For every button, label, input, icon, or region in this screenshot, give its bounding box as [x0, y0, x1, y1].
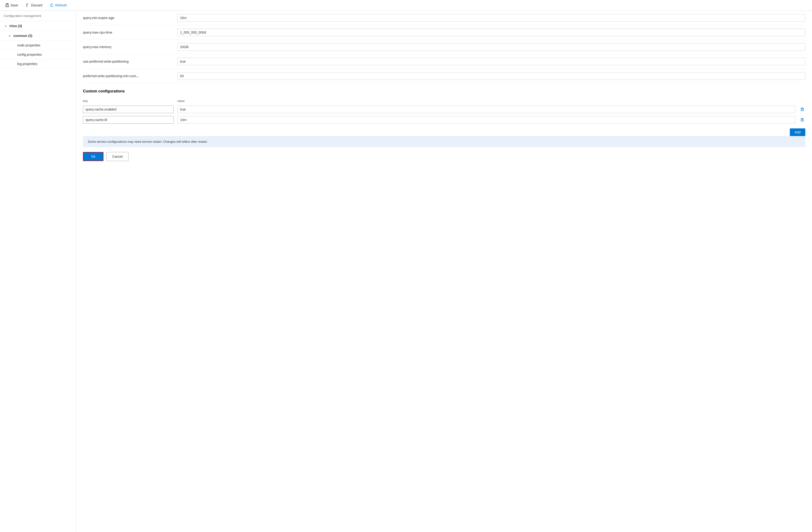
svg-rect-2	[6, 5, 8, 7]
save-button[interactable]: Save	[4, 2, 19, 8]
toolbar: Save Discard Refresh	[0, 0, 812, 11]
custom-value-input[interactable]	[177, 105, 795, 113]
add-button[interactable]: Add	[790, 129, 805, 136]
config-input[interactable]	[177, 14, 805, 22]
sidebar-item-log-properties[interactable]: log.properties	[0, 59, 76, 69]
config-rows: query.min-expire-age query.max-cpu-time …	[83, 11, 805, 84]
col-key-header: key	[83, 99, 174, 103]
config-label: query.max-cpu-time	[83, 30, 174, 34]
custom-value-input[interactable]	[177, 116, 795, 124]
main-layout: Configuration management ∨ trino (3) ∨ c…	[0, 11, 812, 532]
custom-config-row	[83, 116, 805, 124]
custom-key-input[interactable]	[83, 105, 174, 113]
log-properties-label: log.properties	[17, 62, 38, 66]
custom-config-header: key value	[83, 97, 805, 105]
config-label: use-preferred-write-partitioning	[83, 60, 174, 63]
chevron-trino-icon: ∨	[4, 24, 8, 28]
custom-key-input[interactable]	[83, 116, 174, 124]
svg-rect-3	[801, 109, 803, 111]
sidebar-item-node-properties[interactable]: node.properties	[0, 41, 76, 50]
custom-rows	[83, 105, 805, 124]
custom-section-heading: Custom configurations	[83, 84, 805, 97]
node-properties-label: node.properties	[17, 43, 40, 47]
svg-rect-6	[801, 119, 803, 121]
config-row: use-preferred-write-partitioning	[83, 54, 805, 69]
trash-icon	[800, 107, 804, 112]
notice-box: Some service configurations may need ser…	[83, 136, 805, 147]
cancel-button[interactable]: Cancel	[106, 152, 129, 161]
chevron-common-icon: ∨	[8, 34, 12, 38]
sidebar-item-common[interactable]: ∨ common (3)	[0, 31, 76, 41]
config-row: query.max-cpu-time	[83, 25, 805, 40]
sidebar-item-trino-label: trino (3)	[10, 24, 22, 28]
sidebar-item-trino[interactable]: ∨ trino (3)	[0, 21, 76, 31]
custom-config-section: key value	[83, 97, 805, 124]
discard-button[interactable]: Discard	[24, 2, 44, 8]
trash-icon	[800, 118, 804, 122]
config-properties-label: config.properties	[17, 53, 42, 57]
config-label: preferred-write-partitioning-min-num...	[83, 74, 174, 78]
refresh-button[interactable]: Refresh	[48, 2, 68, 8]
config-input[interactable]	[177, 29, 805, 36]
sidebar-item-common-label: common (3)	[13, 34, 32, 38]
save-icon	[5, 3, 9, 7]
config-row: query.min-expire-age	[83, 11, 805, 25]
config-input[interactable]	[177, 43, 805, 51]
delete-row-button[interactable]	[799, 106, 805, 113]
config-input[interactable]	[177, 72, 805, 80]
refresh-icon	[50, 3, 54, 7]
save-label: Save	[11, 3, 18, 7]
config-input[interactable]	[177, 58, 805, 65]
svg-rect-1	[6, 3, 8, 4]
discard-icon	[26, 3, 30, 7]
sidebar-title: Configuration management	[0, 11, 76, 21]
sidebar: Configuration management ∨ trino (3) ∨ c…	[0, 11, 76, 532]
config-row: query.max-memory	[83, 40, 805, 54]
right-panel: query.min-expire-age query.max-cpu-time …	[76, 11, 812, 532]
discard-label: Discard	[31, 3, 42, 7]
config-label: query.max-memory	[83, 45, 174, 49]
sidebar-item-config-properties[interactable]: config.properties	[0, 50, 76, 59]
delete-row-button[interactable]	[799, 117, 805, 123]
notice-text: Some service configurations may need ser…	[88, 140, 208, 144]
config-row: preferred-write-partitioning-min-num...	[83, 69, 805, 84]
custom-config-row	[83, 105, 805, 113]
config-label: query.min-expire-age	[83, 16, 174, 20]
refresh-label: Refresh	[55, 3, 67, 7]
action-buttons: Ok Cancel	[83, 152, 805, 161]
ok-button[interactable]: Ok	[83, 152, 103, 161]
col-value-header: value	[177, 99, 805, 103]
